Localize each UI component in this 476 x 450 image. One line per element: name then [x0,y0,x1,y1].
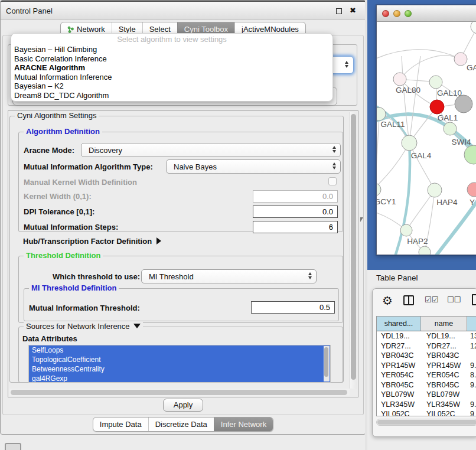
node-label-y-clipped: Y [470,198,475,207]
cell-shared: YPR145W [377,361,421,371]
node-gal4[interactable] [402,135,417,151]
popup-item-mutual-information[interactable]: Mutual Information Inference [11,73,332,82]
sources-title[interactable]: Sources for Network Inference [24,322,143,331]
cell-shared: YBL079W [377,390,421,400]
control-panel-titlebar[interactable]: Control Panel ✖ [1,1,366,20]
column-header-clipped[interactable] [467,317,476,331]
column-header-shared[interactable]: shared... [377,317,421,331]
node-gal1-red[interactable] [430,100,444,114]
cell-name: YBR045C [421,380,467,390]
close-traffic-light-icon[interactable] [382,10,389,17]
list-scrollbar[interactable] [324,346,330,381]
tab-impute-data[interactable]: Impute Data [93,418,148,431]
unchecked-rows-icon[interactable]: ☐☐ [447,295,461,304]
mi-threshold-field[interactable]: 0.5 [251,301,335,314]
network-desktop-area: GAL GAL80 GAL10 GAL1 GAL11 SWI4 GAL4 GCY… [367,0,476,270]
table-horizontal-scrollbar[interactable] [376,419,476,426]
manual-kernel-width-label: Manual Kernel Width Definition [24,178,137,187]
gear-icon[interactable]: ⚙ [382,294,393,308]
dpi-tolerance-field[interactable]: 0.0 [253,206,338,218]
popup-item-aracne[interactable]: ARACNE Algorithm [11,63,332,73]
table-row[interactable]: YDR27...YDR27...12 [377,341,476,351]
popup-item-bayesian-k2[interactable]: Bayesian – K2 [11,81,332,91]
node-hap2[interactable] [400,224,412,236]
tab-discretize-data-label: Discretize Data [155,420,207,429]
table-row[interactable]: YER054CYER054C8. [377,370,476,380]
kernel-width-field[interactable]: 0.0 [253,190,338,203]
bottom-tab-group: Impute Data Discretize Data Infer Networ… [93,417,273,432]
network-window-titlebar[interactable] [377,5,476,22]
list-item-selfloops[interactable]: SelfLoops [29,345,330,355]
split-columns-icon[interactable] [403,295,414,305]
node-label-gal11: GAL11 [380,120,405,129]
manual-kernel-width-checkbox[interactable] [328,177,337,185]
data-attributes-list[interactable]: SelfLoops TopologicalCoefficient Between… [28,345,331,383]
node-table[interactable]: shared... name YDL19...YDL19...13 YDR27.… [376,316,476,416]
table-row[interactable]: YPR145WYPR145W9. [377,361,476,371]
cell-name: YBL079W [421,390,467,400]
settings-scrollpane: Cyni Algorithm Settings Algorithm Defini… [8,110,358,397]
cell-name: YDL19... [421,331,467,341]
horizontal-scrollbar-thumb[interactable] [11,390,347,395]
node-hap4[interactable] [428,183,442,197]
apply-button[interactable]: Apply [163,399,203,412]
hub-definition-toggle[interactable]: Hub/Transcription Factor Definition [23,237,161,246]
node-partial-bottom[interactable] [419,246,431,255]
sources-group: Sources for Network Inference Data Attri… [18,327,343,383]
popup-item-basic-correlation[interactable]: Basic Correlation Inference [11,54,332,64]
cell-shared: YER054C [377,370,421,380]
column-header-name[interactable]: name [421,317,467,331]
tab-infer-network[interactable]: Infer Network [214,418,273,431]
table-row[interactable]: YLR345WYLR345W9. [377,400,476,410]
network-canvas[interactable]: GAL GAL80 GAL10 GAL1 GAL11 SWI4 GAL4 GCY… [377,22,476,255]
node-swi4[interactable] [444,122,457,135]
cell-value [467,351,476,361]
table-header-row: shared... name [377,317,476,331]
table-row[interactable]: YDL19...YDL19...13 [377,331,476,341]
clipped-corner-icon[interactable] [5,443,21,450]
cell-value: 9. [467,380,476,390]
which-threshold-combobox[interactable]: MI Threshold [141,269,317,283]
node-label-gal: GAL [467,63,476,72]
data-attributes-label: Data Attributes [22,334,77,343]
node-gal10[interactable] [429,76,442,89]
node-gray[interactable] [455,95,472,113]
popup-item-bayesian-hill-climbing[interactable]: Bayesian – Hill Climbing [11,45,332,54]
popup-item-dream8[interactable]: Dream8 DC_TDC Algorithm [11,91,332,100]
list-item-betweennesscentrality[interactable]: BetweennessCentrality [29,364,330,374]
list-item-topologicalcoefficient[interactable]: TopologicalCoefficient [29,355,330,364]
table-scrollbar-thumb[interactable] [377,420,476,425]
horizontal-scrollbar[interactable] [9,389,350,396]
table-row[interactable]: YBR043CYBR043C [377,351,476,361]
cell-value: 9 [467,409,476,416]
zoom-traffic-light-icon[interactable] [405,10,412,17]
checked-rows-icon[interactable]: ☑☑ [425,295,438,304]
dpi-tolerance-label: DPI Tolerance [0,1]: [24,207,94,216]
float-window-icon[interactable] [336,8,342,14]
node-partial-top[interactable] [471,22,476,34]
document-icon[interactable] [472,294,476,305]
mi-steps-field[interactable]: 6 [253,221,338,233]
close-icon[interactable]: ✖ [350,6,356,15]
list-scrollbar-thumb[interactable] [324,347,328,377]
vertical-scrollbar-thumb[interactable] [351,114,356,380]
node-gal-clipped[interactable] [454,53,467,66]
table-row[interactable]: YBL079WYBL079W [377,390,476,400]
network-view-window[interactable]: GAL GAL80 GAL10 GAL1 GAL11 SWI4 GAL4 GCY… [376,5,476,255]
node-salmon[interactable] [467,182,476,197]
node-big-green[interactable] [464,145,476,164]
hub-definition-label: Hub/Transcription Factor Definition [23,237,152,246]
table-row[interactable]: YIL052CYIL052C9 [377,409,476,416]
cell-value: 12 [467,341,476,351]
tab-discretize-data[interactable]: Discretize Data [148,418,214,431]
table-row[interactable]: YBR045CYBR045C9. [377,380,476,390]
node-label-gcy1: GCY1 [377,197,396,206]
node-label-hap4: HAP4 [436,198,458,207]
mi-algorithm-type-combobox[interactable]: Naive Bayes [166,159,341,174]
minimize-traffic-light-icon[interactable] [393,10,400,17]
aracne-mode-combobox[interactable]: Discovery [81,143,341,157]
list-item-gal4rgexp[interactable]: gal4RGexp [29,374,330,383]
vertical-scrollbar[interactable] [349,112,357,389]
node-gcy1[interactable] [377,183,381,196]
node-gal80[interactable] [393,73,406,86]
